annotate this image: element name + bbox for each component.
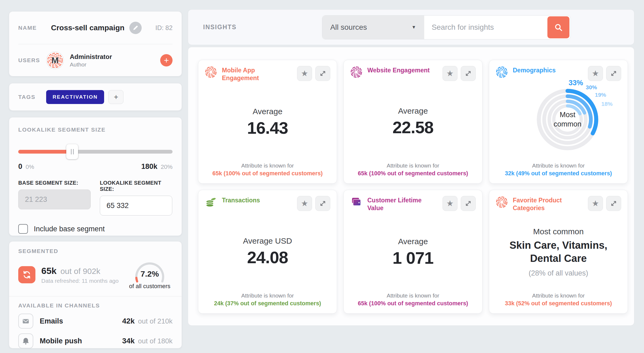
name-label: NAME [18,25,46,31]
favorite-button[interactable]: ★ [297,66,312,81]
expand-button[interactable] [315,66,330,81]
insight-card-title: Website Engagement [367,66,430,74]
insight-card-title: Favorite Product Categories [513,196,580,212]
most-common-label: Most common [533,227,584,236]
gauge-caption: of all customers [127,283,173,290]
campaign-name: Cross-sell campaign [51,24,125,32]
source-filter-dropdown[interactable]: All sources ▼ [322,16,424,39]
segmented-count: 65k [41,266,57,276]
channel-row-mobile-push: Mobile push 34k out of 180k [18,333,173,348]
favorite-button[interactable]: ★ [297,196,312,211]
expand-button[interactable] [461,196,476,211]
expand-button[interactable] [461,66,476,81]
lookalike-size-slider[interactable] [18,144,173,159]
refresh-icon[interactable] [18,266,35,283]
value-label: Average [253,107,282,116]
include-base-segment-label: Include base segment [34,225,105,233]
donut-ring-label: 30% [586,84,597,91]
channel-name: Mobile push [40,337,82,345]
channel-stat: 34k out of 180k [122,337,173,345]
most-common-note: (28% of all values) [529,269,588,277]
users-label: USERS [18,57,46,64]
coins-icon [205,196,217,208]
include-base-segment-checkbox[interactable] [18,224,28,234]
pencil-icon [132,25,139,31]
expand-button[interactable] [606,196,621,211]
mobile-app-engagement-icon [205,66,217,78]
star-icon: ★ [592,199,599,207]
lookalike-title: LOOKALIKE SEGMENT SIZE [18,127,173,133]
chevron-down-icon: ▼ [412,25,416,30]
segmented-gauge: 7.2% of all customers [127,260,173,290]
base-segment-size-label: BASE SEGMENT SIZE: [18,180,91,186]
bell-icon [18,333,33,348]
expand-icon [319,69,327,77]
channel-total: out of 180k [138,337,173,345]
star-icon: ★ [447,69,454,77]
search-input[interactable] [424,23,546,32]
channel-total: out of 210k [138,317,173,325]
most-common-value: Skin Care, Vitamins, Dental Care [505,239,612,265]
slider-max-percent: 20% [161,164,173,170]
slider-max-value: 180k [141,162,157,170]
footer-note: Attribute is known for [350,162,476,169]
insight-card-customer-lifetime-value: Customer Lifetime Value ★ Average 1 071 … [343,190,482,314]
value-label: Average [398,237,428,246]
edit-name-button[interactable] [129,22,142,34]
channels-title: AVAILABLE IN CHANNELS [18,302,173,309]
favorite-button[interactable]: ★ [588,196,603,211]
donut-center-label: Most common [533,110,602,129]
footer-stat: 33k (52% out of segmented customers) [496,300,621,307]
favorite-product-categories-icon [496,196,508,208]
search-button[interactable] [547,16,569,38]
footer-stat: 65k (100% out of segmented customers) [205,170,330,177]
value: 22.58 [393,118,434,137]
gauge-percent: 7.2% [132,269,167,278]
value-label: Average [398,106,428,116]
insight-card-title: Mobile App Engagement [222,66,289,82]
website-engagement-icon [350,66,363,78]
expand-button[interactable] [315,196,330,211]
donut-ring-label: 18% [601,101,613,107]
user-meta: Administrator Author [70,53,112,68]
footer-note: Attribute is known for [205,292,330,299]
footer-note: Attribute is known for [205,162,330,169]
channel-count: 34k [122,337,135,345]
favorite-button[interactable]: ★ [588,66,603,81]
expand-button[interactable] [606,66,621,81]
footer-stat: 65k (100% out of segmented customers) [350,170,476,177]
slider-scale: 0 0% 180k 20% [18,162,173,171]
slider-handle[interactable] [66,144,78,159]
demographics-donut-chart: Most common 33% 30% 19% 18% [529,85,609,156]
avatar: M [46,51,64,69]
channel-stat: 42k out of 210k [122,317,173,325]
lookalike-segment-size-input[interactable] [100,196,172,215]
tags-card: TAGS REACTIVATION + [9,83,182,111]
value: 24.08 [247,248,288,267]
insight-card-favorite-product-categories: Favorite Product Categories ★ Most commo… [489,190,628,314]
tag-reactivation[interactable]: REACTIVATION [46,90,104,104]
add-user-button[interactable]: + [160,54,173,66]
user-name: Administrator [70,53,112,61]
value: 16.43 [247,118,288,138]
slider-fill [18,150,72,154]
insight-card-transactions: Transactions ★ Average USD 24.08 Attribu… [198,190,337,314]
favorite-button[interactable]: ★ [442,196,458,211]
favorite-button[interactable]: ★ [442,66,458,81]
campaign-name-row: NAME Cross-sell campaign ID: 82 [18,12,173,44]
add-tag-button[interactable]: + [108,90,123,104]
star-icon: ★ [447,199,454,207]
lookalike-segment-card: LOOKALIKE SEGMENT SIZE 0 0% 180k 20% BAS… [9,117,182,236]
insight-card-title: Transactions [222,196,260,204]
insights-header: INSIGHTS All sources ▼ [188,9,634,45]
demographics-icon [496,66,508,78]
insight-card-title: Demographics [513,66,556,74]
value-label: Average USD [243,236,292,246]
expand-icon [610,69,618,77]
users-row: USERS M Administrator [18,44,173,76]
campaign-profile-card: NAME Cross-sell campaign ID: 82 USERS [9,11,182,76]
search-icon [554,23,563,32]
footer-note: Attribute is known for [496,292,621,299]
data-refreshed-note: Data refreshed: 11 months ago [41,278,119,284]
footer-stat: 65k (100% out of segmented customers) [350,300,476,307]
